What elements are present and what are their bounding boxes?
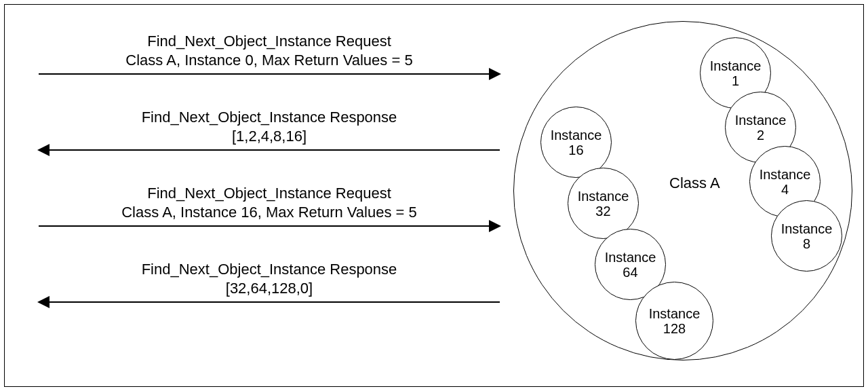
arrow-request-1-label: Find_Next_Object_Instance Request Class … — [39, 32, 500, 69]
instance-32-word: Instance — [578, 189, 629, 204]
arrow-right-icon — [39, 73, 500, 75]
arrow-response-1-line2: [1,2,4,8,16] — [232, 128, 307, 145]
instance-32-num: 32 — [595, 204, 610, 219]
arrow-response-2-line2: [32,64,128,0] — [226, 280, 313, 297]
instance-4-num: 4 — [781, 182, 789, 197]
diagram-frame: Find_Next_Object_Instance Request Class … — [4, 4, 864, 387]
instance-2-num: 2 — [757, 128, 764, 143]
arrow-left-icon — [39, 149, 500, 151]
class-a-label: Class A — [669, 174, 720, 192]
arrow-request-1-line2: Class A, Instance 0, Max Return Values =… — [125, 52, 412, 69]
instance-128-circle: Instance 128 — [635, 282, 713, 360]
instance-64-word: Instance — [605, 250, 656, 265]
instance-16-num: 16 — [568, 143, 583, 157]
instance-1-num: 1 — [732, 73, 739, 88]
instance-1-word: Instance — [710, 58, 762, 73]
instance-8-circle: Instance 8 — [771, 200, 842, 272]
instance-16-word: Instance — [551, 128, 602, 143]
arrow-response-2-line1: Find_Next_Object_Instance Response — [142, 261, 397, 278]
arrow-response-2: Find_Next_Object_Instance Response [32,6… — [39, 260, 500, 303]
instance-2-word: Instance — [735, 113, 787, 128]
instance-64-num: 64 — [623, 265, 637, 280]
instance-128-word: Instance — [649, 306, 701, 321]
instance-4-word: Instance — [760, 167, 811, 182]
arrow-response-1: Find_Next_Object_Instance Response [1,2,… — [39, 108, 500, 151]
arrow-response-1-line1: Find_Next_Object_Instance Response — [142, 109, 397, 126]
arrow-response-1-label: Find_Next_Object_Instance Response [1,2,… — [39, 108, 500, 145]
arrow-right-icon — [39, 225, 500, 227]
arrow-request-2: Find_Next_Object_Instance Request Class … — [39, 184, 500, 227]
arrow-request-2-label: Find_Next_Object_Instance Request Class … — [39, 184, 500, 221]
arrow-request-2-line2: Class A, Instance 16, Max Return Values … — [121, 204, 417, 221]
arrow-request-2-line1: Find_Next_Object_Instance Request — [147, 185, 391, 202]
arrow-response-2-label: Find_Next_Object_Instance Response [32,6… — [39, 260, 500, 297]
instance-8-num: 8 — [803, 236, 810, 251]
instance-8-word: Instance — [781, 221, 833, 236]
arrow-request-1-line1: Find_Next_Object_Instance Request — [147, 33, 391, 50]
arrow-left-icon — [39, 301, 500, 303]
arrow-request-1: Find_Next_Object_Instance Request Class … — [39, 32, 500, 75]
instance-128-num: 128 — [663, 321, 686, 336]
